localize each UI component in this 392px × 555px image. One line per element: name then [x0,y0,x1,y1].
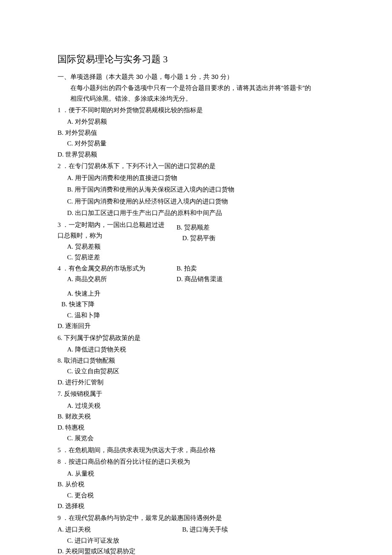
page-title: 国际贸易理论与实务习题 3 [58,51,341,67]
option-a: A. 对外贸易额 [58,116,209,128]
option-a: A. 用于国内消费和使用的直接进口货物 [58,173,341,184]
section-instruction: 在每小题列出的四个备选项中只有一个是符合题目要求的，请将其选出并将“答题卡”的 [58,82,341,93]
option-d: D. 关税同盟或区域贸易协定 [58,546,216,555]
option-d: D. 逐渐回升 [58,321,199,332]
question-stem: 6. 下列属于保护贸易政策的是 [58,333,341,344]
question-stem: 口总额时，称为 [58,230,176,241]
question-stem: 7. 反倾销税属于 [58,389,341,400]
option-c: C. 贸易逆差 [58,252,176,263]
option-c: C. 展览会 [58,433,209,444]
question-stem: 5 ．在危机期间，商品供求表现为供远大于求，商品价格 [58,445,341,456]
option-d: D. 商品销售渠道 [176,274,341,285]
option-d: D. 选择税 [58,501,199,512]
option-b: B. 对外贸易值 [58,128,199,139]
option-c: C. 进口许可证发放 [58,535,192,546]
option-d: D. 贸易平衡 [176,233,341,244]
option-c: C. 用于国内消费和使用的从经济特区进入境内的进口货物 [58,196,341,207]
option-b: B. 快速下降 [58,299,203,310]
question-stem: 1 ．便于不同时期的对外货物贸易规模比较的指标是 [58,105,341,116]
option-a: A. 从量税 [58,468,209,479]
option-c: C. 对外贸易量 [58,138,209,149]
option-b: B. 从价税 [58,479,199,490]
question-stem: 3 ．一定时期内，一国出口总额超过进 [58,220,176,231]
option-d: D. 进行外汇管制 [58,377,199,388]
option-b: B, 进口海关手续 [182,524,341,535]
option-d: D. 出口加工区进口用于生产出口产品的原料和中间产品 [58,208,341,219]
option-b: B. 财政关税 [58,411,199,422]
question-stem: 4 ．有色金属交易的市场形式为 [58,263,176,274]
option-b: 8. 取消进口货物配额 [58,355,199,366]
option-c: C. 更合税 [58,490,209,501]
option-a: A. 商品交易所 [58,274,176,285]
option-a: A. 过境关税 [58,401,209,412]
question-stem: 8 ．按进口商品价格的百分比计征的进口关税为 [58,456,341,468]
option-b: B. 拍卖 [176,263,341,274]
option-c: C. 设立自由贸易区 [58,366,209,377]
question-stem: 2 ．在专门贸易体系下，下列不计入一国的进口贸易的是 [58,161,341,172]
option-a: A. 贸易差额 [58,241,176,253]
option-a: A. 降低进口货物关税 [58,344,209,355]
section-heading: 一、单项选择题（本大题共 30 小题，每小题 1 分，共 30 分） [58,71,341,82]
option-b: B. 贸易顺差 [176,222,341,233]
section-instruction: 相应代码涂黑。错涂、多涂或未涂均无分。 [58,93,341,104]
option-a: A. 进口关税 [58,524,182,535]
option-b: B. 用于国内消费和使用的从海关保税区进入境内的进口货物 [58,184,341,195]
option-d: D. 特惠税 [58,422,199,433]
option-a: A. 快速上升 [58,288,209,299]
option-d: D. 世界贸易额 [58,149,199,160]
option-c: C. 温和卜降 [58,310,209,321]
question-stem: 9 ．在现代贸易条约与协定中，最常见的最惠国待遇例外是 [58,513,341,524]
